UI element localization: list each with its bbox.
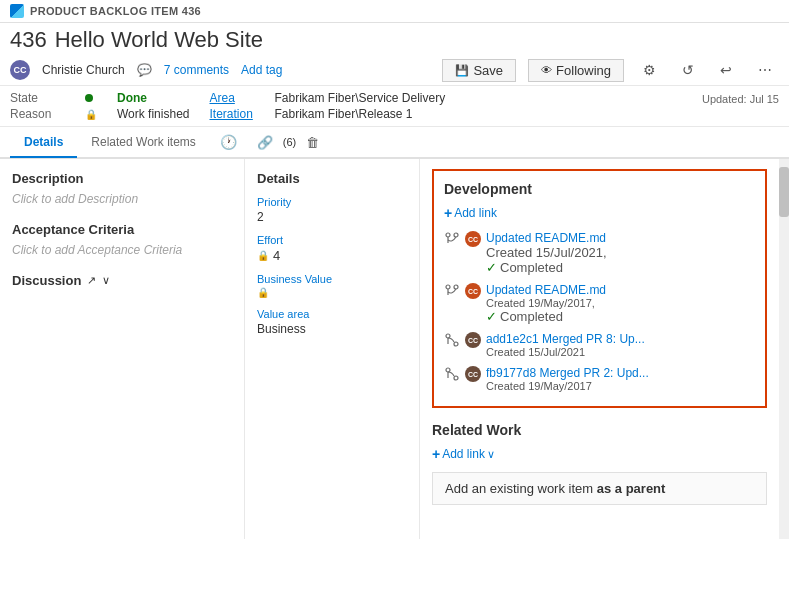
value-area-label[interactable]: Value area [257,308,407,320]
link-icon[interactable]: 🔗 [247,128,283,157]
commit-link-3[interactable]: add1e2c1 Merged PR 8: Up... [486,332,755,346]
state-group: State Done Reason 🔒 Work finished [10,91,189,121]
commit-details-1: Updated README.md Created 15/Jul/2021, ✓… [486,231,755,275]
business-value-field: Business Value 🔒 [257,273,407,298]
tabs-row: Details Related Work items 🕐 🔗 (6) 🗑 [0,127,789,159]
save-icon: 💾 [455,64,469,77]
link-count: (6) [283,136,296,148]
history-icon[interactable]: 🕐 [210,127,247,157]
add-parent-text: Add an existing work item [445,481,593,496]
add-parent-box[interactable]: Add an existing work item as a parent [432,472,767,505]
description-placeholder[interactable]: Click to add Description [12,192,232,206]
commit-sub-2: Created 19/May/2017, [486,297,755,309]
commit-link-2[interactable]: Updated README.md [486,283,755,297]
branch-icon-2 [444,284,460,301]
undo-button[interactable]: ↩ [713,58,739,82]
business-value-value: 🔒 [257,287,407,298]
svg-point-9 [446,368,450,372]
commit-details-4: fb9177d8 Merged PR 2: Upd... Created 19/… [486,366,755,392]
meta-row: CC Christie Church 💬 7 comments Add tag … [0,55,789,86]
commit-details-2: Updated README.md Created 19/May/2017, ✓… [486,283,755,324]
author-name: Christie Church [42,63,125,77]
lock-icon-effort: 🔒 [257,250,269,261]
commit-item-3: CC add1e2c1 Merged PR 8: Up... Created 1… [444,332,755,358]
svg-point-4 [454,285,458,289]
lock-icon-bv: 🔒 [257,287,269,298]
effort-value: 🔒 4 [257,248,407,263]
commit-avatar-1: CC [465,231,481,247]
product-backlog-icon [10,4,24,18]
reason-value[interactable]: Work finished [117,107,189,121]
settings-button[interactable]: ⚙ [636,58,663,82]
acceptance-placeholder[interactable]: Click to add Acceptance Criteria [12,243,232,257]
state-label: State [10,91,65,105]
expand-icon[interactable]: ↗ [87,274,96,287]
tab-related-work-items[interactable]: Related Work items [77,128,209,158]
top-bar-label: PRODUCT BACKLOG ITEM 436 [30,5,201,17]
main-content: Description Click to add Description Acc… [0,159,789,539]
priority-value: 2 [257,210,407,224]
state-value[interactable]: Done [117,91,147,105]
svg-point-10 [454,376,458,380]
development-section: Development + Add link CC Updated RE [432,169,767,408]
commit-status-2: ✓Completed [486,309,755,324]
state-dot [85,94,93,102]
commit-avatar-3: CC [465,332,481,348]
svg-point-3 [446,285,450,289]
priority-field: Priority 2 [257,196,407,224]
plus-icon-dev: + [444,205,452,221]
add-link-dev-label: Add link [454,206,497,220]
area-label: Area [209,91,264,105]
scrollbar[interactable] [779,159,789,539]
right-panel: Development + Add link CC Updated RE [420,159,779,539]
more-button[interactable]: ⋯ [751,58,779,82]
comments-count[interactable]: 7 comments [164,63,229,77]
add-link-related-label: Add link [442,447,485,461]
avatar: CC [10,60,30,80]
effort-field: Effort 🔒 4 [257,234,407,263]
attachment-icon[interactable]: 🗑 [296,128,329,157]
development-title: Development [444,181,755,197]
tab-details[interactable]: Details [10,128,77,158]
add-parent-suffix: as a parent [593,481,665,496]
following-button[interactable]: 👁 Following [528,59,624,82]
add-link-related-row[interactable]: + Add link ∨ [432,446,767,462]
discussion-title: Discussion [12,273,81,288]
commit-item-4: CC fb9177d8 Merged PR 2: Upd... Created … [444,366,755,392]
related-work-title: Related Work [432,422,767,438]
area-iteration-group: Area Fabrikam Fiber\Service Delivery Ite… [209,91,445,121]
svg-point-6 [446,334,450,338]
pr-icon-4 [444,367,460,384]
pr-icon-3 [444,333,460,350]
commit-link-4[interactable]: fb9177d8 Merged PR 2: Upd... [486,366,755,380]
save-button[interactable]: 💾 Save [442,59,516,82]
business-value-label[interactable]: Business Value [257,273,407,285]
scrollbar-thumb[interactable] [779,167,789,217]
value-area-value: Business [257,322,407,336]
acceptance-section: Acceptance Criteria Click to add Accepta… [12,222,232,257]
commit-status-1: ✓Completed [486,260,755,275]
iteration-value: Fabrikam Fiber\Release 1 [274,107,412,121]
svg-point-0 [446,233,450,237]
svg-point-1 [454,233,458,237]
priority-label[interactable]: Priority [257,196,407,208]
add-link-dev-row[interactable]: + Add link [444,205,755,221]
effort-label[interactable]: Effort [257,234,407,246]
chevron-down-icon-related: ∨ [487,448,495,461]
commit-link-1[interactable]: Updated README.md [486,231,755,245]
eye-icon: 👁 [541,64,552,76]
commit-details-3: add1e2c1 Merged PR 8: Up... Created 15/J… [486,332,755,358]
details-section-title: Details [257,171,407,186]
discussion-section: Discussion ↗ ∨ [12,273,232,288]
commit-item-1: CC Updated README.md Created 15/Jul/2021… [444,231,755,275]
add-tag-button[interactable]: Add tag [241,63,282,77]
commit-avatar-4: CC [465,366,481,382]
chevron-down-icon[interactable]: ∨ [102,274,110,287]
left-panel: Description Click to add Description Acc… [0,159,245,539]
work-item-id: 436 [10,27,47,53]
middle-panel: Details Priority 2 Effort 🔒 4 Business V… [245,159,420,539]
updated-text: Updated: Jul 15 [702,93,779,105]
iteration-label: Iteration [209,107,264,121]
refresh-button[interactable]: ↺ [675,58,701,82]
commit-sub-4: Created 19/May/2017 [486,380,755,392]
